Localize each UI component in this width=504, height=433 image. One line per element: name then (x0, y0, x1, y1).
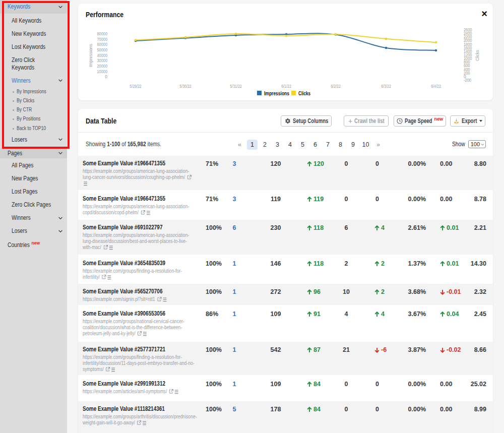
svg-text:0: 0 (105, 74, 107, 79)
svg-text:Clicks: Clicks (298, 90, 310, 96)
svg-text:Impressions: Impressions (264, 90, 289, 96)
svg-text:6/2/22: 6/2/22 (331, 84, 341, 89)
svg-text:Impressions: Impressions (88, 44, 93, 67)
svg-text:5/29/22: 5/29/22 (130, 84, 142, 89)
svg-text:5/30/22: 5/30/22 (179, 84, 192, 89)
svg-text:10000: 10000 (97, 69, 108, 74)
svg-text:5/31/22: 5/31/22 (230, 84, 242, 89)
svg-text:20000: 20000 (97, 64, 108, 69)
svg-text:-200: -200 (464, 78, 471, 83)
svg-text:Clicks: Clicks (475, 50, 480, 61)
svg-text:6/4/22: 6/4/22 (431, 84, 441, 89)
svg-text:60000: 60000 (97, 42, 108, 47)
svg-text:40000: 40000 (97, 53, 108, 58)
svg-text:6/1/22: 6/1/22 (281, 84, 291, 89)
svg-text:30000: 30000 (97, 58, 108, 63)
svg-text:50000: 50000 (97, 47, 108, 52)
svg-text:6/3/22: 6/3/22 (381, 84, 391, 89)
svg-text:70000: 70000 (97, 37, 108, 42)
svg-text:80000: 80000 (97, 31, 108, 36)
